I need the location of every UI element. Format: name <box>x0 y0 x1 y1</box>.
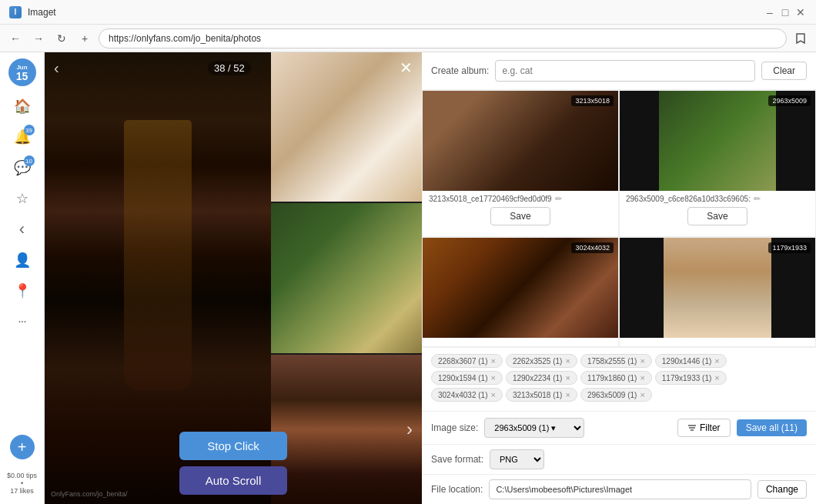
tag-3024x4032: 3024x4032 (1) × <box>431 388 503 402</box>
sidebar-item-bookmarks[interactable]: ☆ <box>8 185 36 212</box>
viewer-bottom-buttons: Stop Click Auto Scroll <box>179 432 287 495</box>
sidebar-item-notifications[interactable]: 🔔 39 <box>8 123 36 151</box>
new-tab-button[interactable]: + <box>75 29 94 48</box>
photo-info-2: 2963x5009_c6ce826a10d33c69605: ✏ Save <box>620 191 815 233</box>
remove-tag-2262x3525[interactable]: × <box>565 356 570 365</box>
sidebar-item-messages[interactable]: 💬 10 <box>8 154 36 182</box>
bookmark-page-button[interactable] <box>791 29 810 48</box>
photo-thumb-3: 3024x4032 <box>423 238 618 338</box>
tags-section: 2268x3607 (1) × 2262x3525 (1) × 1758x255… <box>422 348 816 412</box>
photo-card-1: 3213x5018 3213x5018_ce17720469cf9ed0d0f9… <box>422 90 619 237</box>
remove-tag-2268x3607[interactable]: × <box>491 356 496 365</box>
format-select[interactable]: PNG JPG WEBP <box>490 449 544 469</box>
photo-filename-2: 2963x5009_c6ce826a10d33c69605: ✏ <box>626 194 809 204</box>
sidebar-item-more[interactable]: ··· <box>8 308 36 335</box>
more-icon: ··· <box>18 315 25 329</box>
window-controls: – □ ✕ <box>764 6 807 18</box>
remove-tag-3024x4032[interactable]: × <box>491 390 496 399</box>
maximize-button[interactable]: □ <box>779 6 791 18</box>
side-photos-column: › <box>271 52 422 504</box>
forward-button[interactable]: → <box>29 29 48 48</box>
date-day: 15 <box>16 71 28 82</box>
image-size-row: Image size: 2963x5009 (1) ▾ 3213x5018 (1… <box>422 412 816 445</box>
remove-tag-1179x1860[interactable]: × <box>640 373 644 382</box>
photo-grid: 3213x5018 3213x5018_ce17720469cf9ed0d0f9… <box>422 90 816 348</box>
viewer-top-bar: ‹ 38 / 52 ✕ <box>45 52 422 83</box>
sidebar: Jun 15 🏠 🔔 39 💬 10 ☆ ‹ 👤 📍 ··· + <box>0 52 45 504</box>
tag-1290x1446: 1290x1446 (1) × <box>655 354 727 368</box>
profile-icon: 👤 <box>14 252 31 269</box>
back-button[interactable]: ← <box>6 29 25 48</box>
image-size-label: Image size: <box>431 422 478 433</box>
location-icon: 📍 <box>14 282 31 299</box>
message-badge: 10 <box>24 155 35 166</box>
tag-1179x1933: 1179x1933 (1) × <box>655 371 727 385</box>
viewer-back-button[interactable]: ‹ <box>54 59 59 77</box>
album-input[interactable] <box>495 60 755 82</box>
notification-badge: 39 <box>24 125 35 135</box>
file-location-input[interactable] <box>489 479 751 499</box>
close-window-button[interactable]: ✕ <box>794 6 807 18</box>
sidebar-item-profile[interactable]: 👤 <box>8 246 36 274</box>
back-arrow-icon: ‹ <box>19 219 25 239</box>
remove-tag-2963x5009[interactable]: × <box>640 390 644 399</box>
change-location-button[interactable]: Change <box>757 480 807 499</box>
tips-text: $0.00 tips <box>7 472 37 479</box>
edit-filename-icon-1[interactable]: ✏ <box>555 194 562 204</box>
tags-row-3: 3024x4032 (1) × 3213x5018 (1) × 2963x500… <box>431 388 807 402</box>
side-photo-3: › <box>271 355 422 504</box>
image-size-select[interactable]: 2963x5009 (1) ▾ 3213x5018 (1) 3024x4032 … <box>484 418 584 438</box>
remove-tag-1758x2555[interactable]: × <box>640 356 644 365</box>
tag-3213x5018: 3213x5018 (1) × <box>506 388 577 402</box>
format-row: Save format: PNG JPG WEBP <box>422 445 816 475</box>
photo-card-4: 1179x1933 <box>619 237 816 348</box>
tag-1179x1860: 1179x1860 (1) × <box>580 371 652 385</box>
remove-tag-1290x1446[interactable]: × <box>714 356 719 365</box>
edit-filename-icon-2[interactable]: ✏ <box>754 194 761 204</box>
minimize-button[interactable]: – <box>764 6 776 18</box>
location-row: File location: Change <box>422 475 816 504</box>
tag-2963x5009: 2963x5009 (1) × <box>580 388 652 402</box>
photo-info-3 <box>423 338 618 344</box>
save-button-2[interactable]: Save <box>687 207 747 225</box>
photo-filename-1: 3213x5018_ce17720469cf9ed0d0f9 ✏ <box>429 194 612 204</box>
filter-button[interactable]: Filter <box>677 419 731 437</box>
auto-scroll-button[interactable]: Auto Scroll <box>179 466 287 495</box>
stop-click-button[interactable]: Stop Click <box>179 432 287 460</box>
remove-tag-1290x2234[interactable]: × <box>565 373 570 382</box>
photo-thumb-2: 2963x5009 <box>620 91 815 191</box>
sidebar-item-back[interactable]: ‹ <box>8 215 36 243</box>
save-button-1[interactable]: Save <box>490 207 550 225</box>
sidebar-item-location[interactable]: 📍 <box>8 277 36 305</box>
sidebar-footer: $0.00 tips • 17 likes <box>5 469 38 498</box>
tag-1758x2555: 1758x2555 (1) × <box>580 354 652 368</box>
album-bar: Create album: Clear <box>422 52 816 90</box>
refresh-button[interactable]: ↻ <box>52 29 71 48</box>
save-all-button[interactable]: Save all (11) <box>737 419 807 436</box>
remove-tag-1290x1594[interactable]: × <box>491 373 496 382</box>
photo-card-3: 3024x4032 <box>422 237 619 348</box>
right-panel: Create album: Clear 3213x5018 3213x5018_… <box>422 52 816 504</box>
viewer-close-button[interactable]: ✕ <box>400 58 413 77</box>
remove-tag-3213x5018[interactable]: × <box>565 390 570 399</box>
add-button[interactable]: + <box>10 435 35 459</box>
sidebar-item-home[interactable]: 🏠 <box>8 92 36 120</box>
likes-text: 17 likes <box>7 487 37 495</box>
tags-row-1: 2268x3607 (1) × 2262x3525 (1) × 1758x255… <box>431 354 807 368</box>
photo-card-2: 2963x5009 2963x5009_c6ce826a10d33c69605:… <box>619 90 816 237</box>
separator: • <box>7 479 37 487</box>
tags-row-2: 1290x1594 (1) × 1290x2234 (1) × 1179x186… <box>431 371 807 385</box>
main-content: Jun 15 🏠 🔔 39 💬 10 ☆ ‹ 👤 📍 ··· + <box>0 52 816 504</box>
create-album-label: Create album: <box>431 65 489 76</box>
tag-2262x3525: 2262x3525 (1) × <box>506 354 577 368</box>
address-bar[interactable] <box>99 28 787 48</box>
remove-tag-1179x1933[interactable]: × <box>714 373 719 382</box>
file-location-label: File location: <box>431 484 483 495</box>
app-icon: I <box>9 6 22 18</box>
photo-thumb-4: 1179x1933 <box>620 238 815 338</box>
photo-dim-badge-3: 3024x4032 <box>571 242 614 253</box>
save-format-label: Save format: <box>431 454 483 465</box>
home-icon: 🏠 <box>14 98 31 115</box>
photo-thumb-1: 3213x5018 <box>423 91 618 191</box>
clear-button[interactable]: Clear <box>761 62 807 80</box>
